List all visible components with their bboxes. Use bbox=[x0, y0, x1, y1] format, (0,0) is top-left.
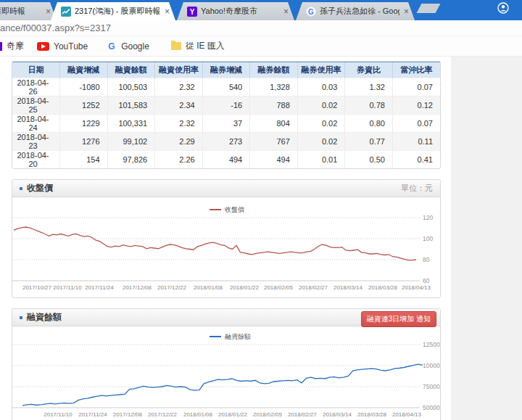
value-cell: 97,826 bbox=[107, 151, 155, 169]
favicon-fragment-icon bbox=[0, 42, 2, 51]
svg-text:2018/01/08: 2018/01/08 bbox=[183, 411, 213, 418]
svg-text:2018/01/22: 2018/01/22 bbox=[218, 411, 248, 418]
page-background: 日期融資增減融資餘額融資使用率融券增減融券餘額融券使用率券資比當沖比率 2018… bbox=[0, 57, 522, 420]
close-price-chart: 12010080602017/10/272017/11/102017/11/24… bbox=[12, 197, 440, 297]
svg-text:2017/10/27: 2017/10/27 bbox=[22, 284, 52, 291]
tab-label: 孫子兵法急如徐 - Google bbox=[320, 6, 399, 17]
svg-text:2017/12/22: 2017/12/22 bbox=[148, 411, 178, 418]
date-cell: 2018-04-25 bbox=[12, 96, 60, 115]
value-cell: 0.02 bbox=[297, 96, 345, 115]
svg-text:125000: 125000 bbox=[423, 341, 440, 348]
tab-label: 股票即時報 bbox=[0, 6, 41, 17]
date-cell: 2018-04-23 bbox=[12, 133, 60, 151]
bookmark-yahoo-partial[interactable]: 奇摩 bbox=[0, 40, 24, 52]
tab-strip: 股票即時報 × 2317(鴻海) - 股票即時報 × Y Yahoo!奇摩股市 … bbox=[0, 0, 522, 20]
close-icon[interactable]: × bbox=[165, 7, 170, 16]
tab-2317-honhai[interactable]: 2317(鴻海) - 股票即時報 × bbox=[51, 2, 175, 20]
table-header-row: 日期融資增減融資餘額融資使用率融券增減融券餘額融券使用率券資比當沖比率 bbox=[12, 62, 440, 78]
value-cell: 0.02 bbox=[297, 133, 345, 151]
value-cell: 1276 bbox=[60, 133, 108, 151]
value-cell: 2.32 bbox=[155, 115, 203, 133]
column-header: 融券增減 bbox=[202, 62, 250, 78]
svg-text:2018/03/28: 2018/03/28 bbox=[357, 411, 387, 418]
column-header: 當沖比率 bbox=[392, 62, 440, 78]
value-cell: 100,331 bbox=[107, 115, 155, 133]
bookmark-google[interactable]: G Google bbox=[107, 41, 149, 52]
value-cell: -1080 bbox=[60, 78, 108, 96]
svg-text:100: 100 bbox=[423, 235, 433, 242]
close-price-panel: 收盤價 單位：元 12010080602017/10/272017/11/102… bbox=[12, 179, 441, 298]
date-cell: 2018-04-24 bbox=[12, 115, 60, 133]
table-row: 2018-04-23127699,1022.292737670.020.770.… bbox=[12, 133, 440, 151]
close-icon[interactable]: × bbox=[46, 7, 51, 16]
close-icon[interactable]: × bbox=[283, 7, 289, 16]
value-cell: 0.02 bbox=[297, 115, 345, 133]
value-cell: 0.50 bbox=[345, 151, 393, 169]
google-icon: G bbox=[306, 7, 316, 17]
column-header: 融券餘額 bbox=[250, 62, 298, 78]
value-cell: 0.01 bbox=[297, 151, 345, 169]
value-cell: 1229 bbox=[60, 115, 108, 133]
tab-google-search[interactable]: G 孫子兵法急如徐 - Google × bbox=[296, 2, 415, 20]
margin-balance-section-header: 融資餘額 融資連3日增加 通知 bbox=[12, 309, 440, 326]
value-cell: 0.11 bbox=[392, 133, 440, 151]
value-cell: 273 bbox=[202, 133, 250, 151]
margin-data-table: 日期融資增減融資餘額融資使用率融券增減融券餘額融券使用率券資比當沖比率 2018… bbox=[12, 62, 440, 168]
value-cell: 0.41 bbox=[392, 151, 440, 169]
value-cell: 494 bbox=[202, 151, 250, 169]
margin-balance-line-chart: 12500010000075000500002017/11/102017/11/… bbox=[12, 326, 440, 420]
tab-yahoo-stock[interactable]: Y Yahoo!奇摩股市 × bbox=[177, 2, 294, 20]
svg-text:2017/11/10: 2017/11/10 bbox=[53, 284, 82, 291]
value-cell: 540 bbox=[202, 78, 250, 96]
page-content: 日期融資增減融資餘額融資使用率融券增減融券餘額融券使用率券資比當沖比率 2018… bbox=[0, 57, 451, 420]
margin-balance-panel: 融資餘額 融資連3日增加 通知 125000100000750005000020… bbox=[12, 308, 441, 420]
bookmarks-bar: 奇摩 YouTube G Google 從 IE 匯入 bbox=[0, 36, 522, 57]
google-icon: G bbox=[107, 41, 117, 52]
value-cell: 804 bbox=[250, 115, 298, 133]
url-text[interactable]: ance/f00037.aspx?s=2317 bbox=[0, 22, 111, 33]
value-cell: 2.29 bbox=[155, 133, 203, 151]
svg-text:融資餘額: 融資餘額 bbox=[225, 333, 251, 340]
value-cell: 1252 bbox=[60, 96, 108, 115]
value-cell: 2.34 bbox=[155, 96, 203, 115]
svg-text:2017/12/08: 2017/12/08 bbox=[113, 411, 143, 418]
value-cell: 37 bbox=[202, 115, 250, 133]
bookmark-label: 奇摩 bbox=[7, 40, 24, 52]
svg-text:75000: 75000 bbox=[423, 383, 440, 390]
column-header: 融資使用率 bbox=[155, 62, 203, 78]
value-cell: 767 bbox=[250, 133, 298, 151]
tab-stock-quote-partial[interactable]: 股票即時報 × bbox=[0, 2, 57, 20]
margin-alert-button[interactable]: 融資連3日增加 通知 bbox=[361, 311, 436, 327]
close-price-line-chart: 12010080602017/10/272017/11/102017/11/24… bbox=[12, 197, 440, 297]
address-bar[interactable]: ance/f00037.aspx?s=2317 bbox=[0, 20, 522, 36]
new-tab-button[interactable] bbox=[417, 4, 441, 13]
svg-text:2017/12/08: 2017/12/08 bbox=[123, 284, 152, 291]
close-icon[interactable]: × bbox=[404, 7, 409, 16]
svg-text:2017/12/22: 2017/12/22 bbox=[157, 284, 187, 291]
section-title: 收盤價 bbox=[27, 182, 53, 194]
close-price-section-header: 收盤價 單位：元 bbox=[12, 180, 440, 197]
svg-text:50000: 50000 bbox=[423, 404, 440, 411]
yahoo-icon: Y bbox=[187, 7, 197, 17]
date-cell: 2018-04-20 bbox=[12, 151, 60, 169]
value-cell: 0.78 bbox=[345, 96, 393, 115]
margin-balance-chart: 12500010000075000500002017/11/102017/11/… bbox=[12, 326, 440, 420]
value-cell: 0.03 bbox=[297, 78, 345, 96]
svg-text:2018/04/13: 2018/04/13 bbox=[392, 411, 422, 418]
bookmark-label: YouTube bbox=[54, 41, 88, 52]
bookmark-import-ie[interactable]: 從 IE 匯入 bbox=[171, 40, 225, 52]
profile-icon[interactable] bbox=[497, 2, 509, 14]
svg-text:120: 120 bbox=[423, 214, 433, 221]
svg-text:2018/02/05: 2018/02/05 bbox=[253, 411, 283, 418]
value-cell: 494 bbox=[250, 151, 298, 169]
bookmark-youtube[interactable]: YouTube bbox=[37, 41, 88, 52]
table-row: 2018-04-251252101,5832.34-167880.020.780… bbox=[12, 96, 440, 115]
margin-data-table-panel: 日期融資增減融資餘額融資使用率融券增減融券餘額融券使用率券資比當沖比率 2018… bbox=[12, 61, 441, 169]
value-cell: 154 bbox=[60, 151, 108, 169]
svg-text:2017/11/24: 2017/11/24 bbox=[85, 284, 114, 291]
bookmark-label: Google bbox=[121, 41, 149, 52]
date-cell: 2018-04-26 bbox=[12, 78, 60, 96]
value-cell: 0.80 bbox=[345, 115, 393, 133]
tab-label: 2317(鴻海) - 股票即時報 bbox=[75, 6, 160, 17]
svg-text:60: 60 bbox=[423, 277, 430, 284]
